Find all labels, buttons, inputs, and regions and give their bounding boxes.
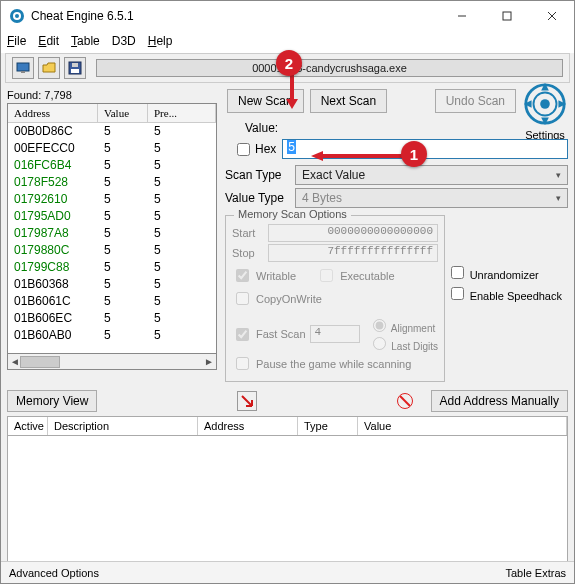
annotation-arrow-1 — [311, 150, 403, 162]
start-label: Start — [232, 227, 262, 239]
svg-rect-7 — [17, 63, 29, 71]
add-to-list-button[interactable] — [237, 391, 257, 411]
computer-icon — [16, 61, 30, 75]
app-icon — [9, 8, 25, 24]
copyonwrite-checkbox[interactable]: CopyOnWrite — [232, 289, 438, 308]
menu-bar: File Edit Table D3D Help — [1, 31, 574, 51]
table-row[interactable]: 01795AD055 — [8, 208, 216, 225]
found-count-label: Found: 7,798 — [7, 87, 217, 103]
last-digits-radio[interactable]: Last Digits — [368, 334, 438, 352]
process-name-bar[interactable]: 000018B8-candycrushsaga.exe — [96, 59, 563, 77]
horizontal-scrollbar[interactable]: ◄► — [7, 354, 217, 370]
table-row[interactable]: 01B6036855 — [8, 276, 216, 293]
value-type-select[interactable]: 4 Bytes▾ — [295, 188, 568, 208]
stop-label: Stop — [232, 247, 262, 259]
folder-open-icon — [42, 61, 56, 75]
svg-rect-4 — [503, 12, 511, 20]
advanced-options-button[interactable]: Advanced Options — [9, 567, 99, 579]
table-row[interactable]: 01B60AB055 — [8, 327, 216, 344]
minimize-button[interactable] — [439, 1, 484, 31]
chevron-down-icon: ▾ — [556, 193, 561, 203]
col-header-previous[interactable]: Pre... — [148, 104, 216, 122]
table-row[interactable]: 01B606EC55 — [8, 310, 216, 327]
table-row[interactable]: 01799C8855 — [8, 259, 216, 276]
status-bar: Advanced Options Table Extras — [1, 561, 574, 583]
value-type-label: Value Type — [225, 191, 289, 205]
save-button[interactable] — [64, 57, 86, 79]
table-row[interactable]: 0178F52855 — [8, 174, 216, 191]
menu-d3d[interactable]: D3D — [112, 34, 136, 48]
svg-rect-8 — [21, 71, 25, 73]
table-row[interactable]: 01B6061C55 — [8, 293, 216, 310]
open-file-button[interactable] — [38, 57, 60, 79]
table-row[interactable]: 0179261055 — [8, 191, 216, 208]
value-label: Value: — [245, 121, 568, 135]
unrandomizer-checkbox[interactable]: Unrandomizer — [447, 263, 562, 282]
svg-rect-11 — [72, 63, 78, 67]
table-row[interactable]: 0179880C55 — [8, 242, 216, 259]
col-address[interactable]: Address — [198, 417, 298, 435]
add-address-manually-button[interactable]: Add Address Manually — [431, 390, 568, 412]
settings-area[interactable]: Settings — [522, 81, 568, 141]
window-title: Cheat Engine 6.5.1 — [31, 9, 439, 23]
col-description[interactable]: Description — [48, 417, 198, 435]
svg-point-2 — [15, 14, 19, 18]
stop-icon[interactable] — [397, 393, 413, 409]
menu-file[interactable]: File — [7, 34, 26, 48]
scan-type-select[interactable]: Exact Value▾ — [295, 165, 568, 185]
maximize-button[interactable] — [484, 1, 529, 31]
col-active[interactable]: Active — [8, 417, 48, 435]
enable-speedhack-checkbox[interactable]: Enable Speedhack — [447, 284, 562, 303]
annotation-arrow-2 — [285, 75, 299, 109]
fast-scan-value-input[interactable]: 4 — [310, 325, 360, 343]
title-bar: Cheat Engine 6.5.1 — [1, 1, 574, 31]
col-header-value[interactable]: Value — [98, 104, 148, 122]
close-button[interactable] — [529, 1, 574, 31]
undo-scan-button[interactable]: Undo Scan — [435, 89, 516, 113]
chevron-down-icon: ▾ — [556, 170, 561, 180]
menu-table[interactable]: Table — [71, 34, 100, 48]
menu-edit[interactable]: Edit — [38, 34, 59, 48]
table-row[interactable]: 016FC6B455 — [8, 157, 216, 174]
stop-address-input[interactable]: 7fffffffffffffff — [268, 244, 438, 262]
cheat-table-body[interactable] — [7, 436, 568, 576]
menu-help[interactable]: Help — [148, 34, 173, 48]
next-scan-button[interactable]: Next Scan — [310, 89, 387, 113]
table-row[interactable]: 00B0D86C55 — [8, 123, 216, 140]
hex-checkbox[interactable]: Hex — [233, 140, 276, 159]
svg-rect-10 — [71, 69, 79, 73]
save-icon — [68, 61, 82, 75]
memory-scan-options-legend: Memory Scan Options — [234, 208, 351, 220]
writable-checkbox[interactable]: Writable — [232, 266, 296, 285]
table-extras-button[interactable]: Table Extras — [505, 567, 566, 579]
col-value[interactable]: Value — [358, 417, 567, 435]
svg-marker-16 — [286, 99, 298, 109]
annotation-badge-1: 1 — [401, 141, 427, 167]
fast-scan-checkbox[interactable]: Fast Scan — [232, 325, 306, 344]
cheat-engine-logo-icon — [522, 81, 568, 127]
open-process-button[interactable] — [12, 57, 34, 79]
svg-marker-18 — [311, 151, 323, 161]
scan-type-label: Scan Type — [225, 168, 289, 182]
annotation-badge-2: 2 — [276, 50, 302, 76]
start-address-input[interactable]: 0000000000000000 — [268, 224, 438, 242]
svg-point-14 — [540, 99, 550, 109]
executable-checkbox[interactable]: Executable — [316, 266, 394, 285]
table-row[interactable]: 017987A855 — [8, 225, 216, 242]
table-row[interactable]: 00EFECC055 — [8, 140, 216, 157]
cheat-table-header: Active Description Address Type Value — [7, 416, 568, 436]
memory-view-button[interactable]: Memory View — [7, 390, 97, 412]
arrow-down-right-icon — [240, 394, 254, 408]
pause-game-checkbox[interactable]: Pause the game while scanning — [232, 354, 438, 373]
address-list[interactable]: Address Value Pre... 00B0D86C5500EFECC05… — [7, 103, 217, 354]
col-type[interactable]: Type — [298, 417, 358, 435]
alignment-radio[interactable]: Alignment — [368, 316, 438, 334]
col-header-address[interactable]: Address — [8, 104, 98, 122]
